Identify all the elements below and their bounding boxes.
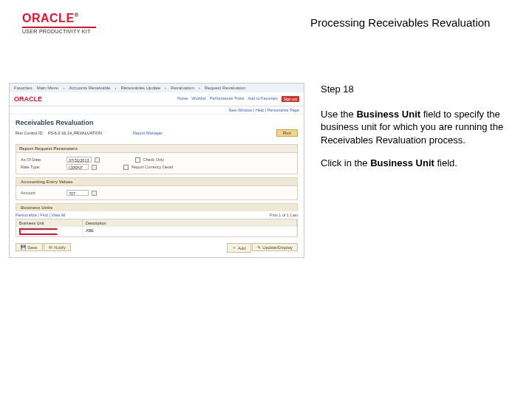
oracle-logo-block: ORACLE® USER PRODUCTIVITY KIT — [22, 12, 111, 34]
check-only-checkbox[interactable] — [135, 157, 140, 163]
instruction-paragraph-2: Click in the Business Unit field. — [321, 157, 505, 170]
app-oracle-logo: ORACLE — [14, 95, 42, 103]
app-subnav: New Window | Help | Personalize Page — [10, 106, 304, 115]
run-control-label: Run Control ID: — [16, 131, 44, 135]
report-currency-checkbox[interactable] — [123, 165, 129, 170]
col-business-unit: Business Unit — [16, 219, 83, 227]
report-params-title: Report Request Parameters — [16, 145, 297, 153]
table-row: ABE — [16, 227, 297, 236]
account-field[interactable]: 707 — [66, 190, 89, 196]
signout-button[interactable]: Sign out — [282, 96, 299, 102]
upk-subbrand: USER PRODUCTIVITY KIT — [22, 29, 111, 34]
oracle-wordmark: ORACLE® — [22, 12, 111, 25]
save-button[interactable]: 💾 Save — [16, 243, 43, 251]
asof-label: As Of Date: — [21, 157, 64, 162]
update-display-button[interactable]: ✎ Update/Display — [252, 243, 298, 251]
report-currency-label: Report Currency Detail — [132, 165, 174, 169]
notify-button[interactable]: ✉ Notify — [44, 243, 70, 251]
col-description: Description — [83, 219, 297, 227]
instruction-paragraph-1: Use the Business Unit field to specify t… — [321, 108, 505, 147]
step-label: Step 18 — [321, 83, 505, 96]
logo-rule — [22, 27, 96, 28]
rate-type-field[interactable]: CRRNT — [66, 164, 89, 170]
business-units-title: Business Units — [16, 203, 298, 211]
app-nav-links: Home Worklist Performance Trace Add to F… — [177, 96, 299, 102]
add-button[interactable]: ＋ Add — [227, 243, 251, 253]
account-label: Account — [21, 191, 64, 195]
grid-nav-meta: First 1 of 1 Last — [270, 213, 298, 217]
app-page-title: Receivables Revaluation — [10, 115, 304, 128]
run-button[interactable]: Run — [276, 129, 298, 137]
run-control-value: FS-6.2-16.14_REVALUATION — [48, 131, 102, 135]
accounting-entry-title: Accounting Entry Values — [16, 177, 298, 185]
lookup-icon[interactable] — [92, 191, 97, 196]
asof-field[interactable]: 07/31/2013 — [66, 157, 92, 163]
page-title: Processing Receivables Revaluation — [111, 12, 510, 29]
breadcrumb: Favorites Main Menu› Accounts Receivable… — [10, 83, 304, 92]
lookup-icon[interactable] — [92, 165, 97, 170]
embedded-app-screenshot: Favorites Main Menu› Accounts Receivable… — [9, 83, 304, 258]
rate-type-label: Rate Type: — [21, 165, 64, 169]
report-manager-link[interactable]: Report Manager — [133, 131, 163, 135]
check-only-label: Check Only — [143, 157, 186, 162]
description-cell: ABE — [83, 227, 297, 236]
business-unit-field[interactable] — [19, 228, 58, 235]
calendar-icon[interactable] — [95, 157, 100, 163]
grid-personalize-links[interactable]: Personalize | Find | View All — [16, 213, 66, 217]
